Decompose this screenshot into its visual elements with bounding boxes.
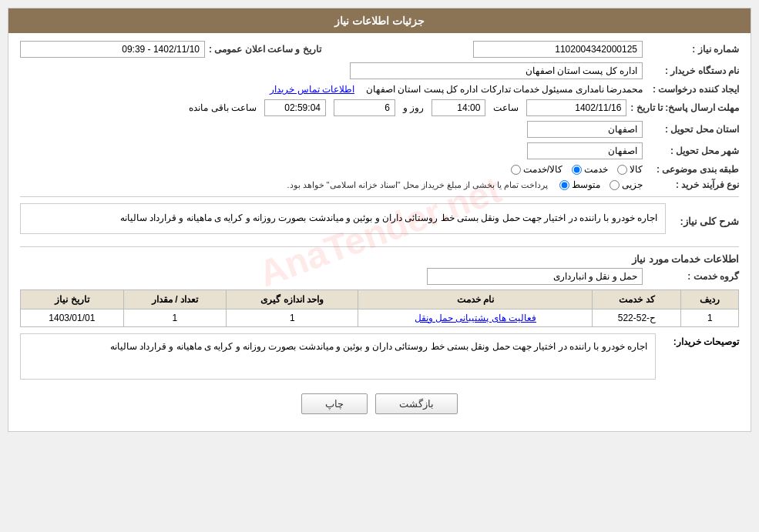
services-section-title: اطلاعات خدمات مورد نیاز: [20, 253, 739, 265]
classification-label: طبقه بندی موضوعی :: [646, 164, 739, 175]
radio-kala-label: کالا: [630, 164, 643, 175]
deadline-days-input: [334, 99, 395, 116]
creator-row: ایجاد کننده درخواست : محمدرضا نامداری مس…: [20, 84, 739, 95]
col-header-row-num: ردیف: [681, 289, 739, 309]
buyer-org-label: نام دستگاه خریدار :: [646, 65, 739, 76]
radio-jozi-label: جزیی: [622, 179, 643, 190]
province-label: استان محل تحویل :: [646, 124, 739, 135]
cell-service-code: ح-52-522: [593, 309, 681, 326]
divider-2: [20, 246, 739, 247]
radio-kala-khedmat-label: کالا/خدمت: [523, 164, 563, 175]
deadline-day-label: روز و: [403, 102, 424, 113]
need-desc-label: شرح کلی نیاز:: [670, 216, 739, 227]
services-table: ردیف کد خدمت نام خدمت واحد اندازه گیری ت…: [20, 289, 739, 327]
province-row: استان محل تحویل :: [20, 121, 739, 138]
cell-quantity: 1: [123, 309, 227, 326]
col-header-date: تاریخ نیاز: [21, 289, 124, 309]
contact-link[interactable]: اطلاعات تماس خریدار: [270, 84, 354, 95]
cell-row-num: 1: [681, 309, 739, 326]
cell-service-name[interactable]: فعالیت های پشتیبانی حمل ونقل: [358, 309, 593, 326]
col-header-service-name: نام خدمت: [358, 289, 593, 309]
deadline-remaining-input: [264, 99, 326, 116]
col-header-quantity: تعداد / مقدار: [123, 289, 227, 309]
public-announcement-input: [20, 41, 205, 58]
buyer-notes-row: توصیحات خریدار: اجاره خودرو با راننده در…: [20, 333, 739, 380]
purchase-type-label: نوع فرآیند خرید :: [646, 179, 739, 190]
divider-1: [20, 196, 739, 197]
creator-label: ایجاد کننده درخواست :: [646, 84, 739, 95]
deadline-date-input: [526, 99, 626, 116]
city-row: شهر محل تحویل :: [20, 142, 739, 159]
buyer-org-row: نام دستگاه خریدار :: [20, 62, 739, 79]
deadline-row: مهلت ارسال پاسخ: تا تاریخ : ساعت روز و س…: [20, 99, 739, 116]
page-title: جزئیات اطلاعات نیاز: [334, 15, 425, 27]
button-row: بازگشت چاپ: [20, 386, 739, 423]
need-description-row: شرح کلی نیاز: اجاره خودرو با راننده در ا…: [20, 203, 739, 240]
table-row: 1 ح-52-522 فعالیت های پشتیبانی حمل ونقل …: [21, 309, 739, 326]
radio-motavasset[interactable]: [559, 180, 569, 190]
province-input: [527, 121, 643, 138]
buyer-notes-label: توصیحات خریدار:: [662, 333, 739, 347]
back-button[interactable]: بازگشت: [375, 393, 458, 414]
radio-kala[interactable]: [617, 165, 627, 175]
buyer-org-input: [350, 62, 643, 79]
creator-value: محمدرضا نامداری مسیئول خدمات تدارکات ادا…: [366, 84, 643, 95]
need-number-label: شماره نیاز :: [646, 44, 739, 55]
service-group-input: [427, 268, 643, 285]
page-header: جزئیات اطلاعات نیاز: [8, 8, 751, 33]
deadline-time-label: ساعت: [493, 102, 519, 113]
payment-notice: پرداخت تمام یا بخشی از مبلغ خریداز محل "…: [287, 180, 548, 190]
need-number-input: [473, 41, 643, 58]
print-button[interactable]: چاپ: [301, 393, 368, 414]
purchase-type-radio-group: جزیی متوسط: [559, 179, 643, 190]
service-group-label: گروه خدمت :: [646, 271, 739, 282]
need-description-box: اجاره خودرو با راننده در اختیار جهت حمل …: [20, 203, 666, 234]
page-wrapper: جزئیات اطلاعات نیاز AnaTender.net شماره …: [0, 0, 759, 532]
radio-kala-khedmat[interactable]: [511, 165, 521, 175]
city-label: شهر محل تحویل :: [646, 146, 739, 156]
classification-radio-group: کالا خدمت کالا/خدمت: [511, 164, 643, 175]
public-announcement-label: تاریخ و ساعت اعلان عمومی :: [209, 44, 321, 55]
service-group-row: گروه خدمت :: [20, 268, 739, 285]
classification-row: طبقه بندی موضوعی : کالا خدمت کالا/خدمت: [20, 164, 739, 175]
radio-item-kala-khedmat: کالا/خدمت: [511, 164, 563, 175]
radio-item-khedmat: خدمت: [572, 164, 608, 175]
cell-unit: 1: [227, 309, 358, 326]
radio-item-motavasset: متوسط: [559, 179, 600, 190]
cell-date: 1403/01/01: [21, 309, 124, 326]
radio-jozi[interactable]: [610, 180, 620, 190]
content-area: AnaTender.net شماره نیاز : تاریخ و ساعت …: [8, 33, 751, 431]
radio-khedmat[interactable]: [572, 165, 582, 175]
deadline-label: مهلت ارسال پاسخ: تا تاریخ :: [630, 102, 739, 113]
need-number-row: شماره نیاز : تاریخ و ساعت اعلان عمومی :: [20, 41, 739, 58]
buyer-notes-wrapper: اجاره خودرو با راننده در اختیار جهت حمل …: [20, 333, 656, 380]
col-header-service-code: کد خدمت: [593, 289, 681, 309]
radio-item-kala: کالا: [617, 164, 643, 175]
main-container: جزئیات اطلاعات نیاز AnaTender.net شماره …: [8, 8, 751, 432]
radio-item-jozi: جزیی: [610, 179, 643, 190]
radio-motavasset-label: متوسط: [572, 179, 600, 190]
deadline-time-input: [432, 99, 485, 116]
col-header-unit: واحد اندازه گیری: [227, 289, 358, 309]
purchase-type-row: نوع فرآیند خرید : جزیی متوسط پرداخت تمام…: [20, 179, 739, 190]
deadline-remaining-label: ساعت باقی مانده: [189, 102, 257, 113]
buyer-notes-box: اجاره خودرو با راننده در اختیار جهت حمل …: [20, 333, 656, 380]
city-input: [527, 142, 643, 159]
radio-khedmat-label: خدمت: [584, 164, 608, 175]
